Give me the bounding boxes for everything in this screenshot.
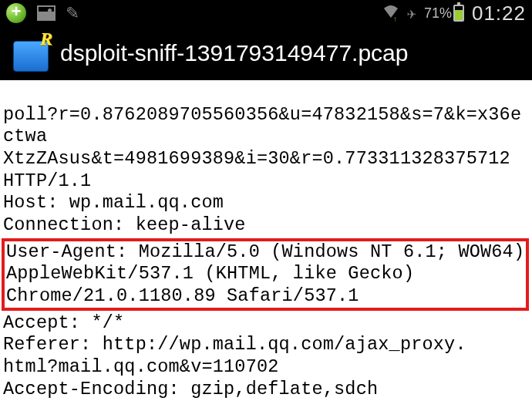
wifi-icon: ↑ xyxy=(382,4,399,22)
user-agent-highlight: User-Agent: Mozilla/5.0 (Windows NT 6.1;… xyxy=(2,238,529,311)
file-title: dsploit-sniff-1391793149477.pcap xyxy=(60,40,408,66)
android-status-bar: ↑ ✈ 71% 01:22 xyxy=(0,0,532,26)
app-title-bar[interactable]: R dsploit-sniff-1391793149477.pcap xyxy=(0,26,532,80)
battery-percentage: 71% xyxy=(424,5,452,22)
root-explorer-app-icon[interactable]: R xyxy=(11,33,51,73)
header-accept-encoding: Accept-Encoding: gzip,deflate,sdch xyxy=(3,379,378,399)
battery-icon xyxy=(453,5,464,22)
status-right-icons: ↑ ✈ 71% 01:22 xyxy=(382,2,526,25)
add-icon xyxy=(6,3,26,23)
status-left-icons xyxy=(6,3,83,23)
edit-notification-icon xyxy=(66,5,83,22)
header-referer-2: html?mail.qq.com&v=110702 xyxy=(3,356,279,377)
header-user-agent-1: User-Agent: Mozilla/5.0 (Windows NT 6.1;… xyxy=(6,241,524,262)
pcap-text-content[interactable]: poll?r=0.8762089705560356&u=47832158&s=7… xyxy=(0,80,532,401)
header-user-agent-3: Chrome/21.0.1180.89 Safari/537.1 xyxy=(6,285,359,306)
battery-indicator: 71% xyxy=(424,5,464,22)
header-user-agent-2: AppleWebKit/537.1 (KHTML, like Gecko) xyxy=(6,263,414,284)
clock: 01:22 xyxy=(472,2,526,25)
header-accept: Accept: */* xyxy=(3,312,124,333)
header-connection: Connection: keep-alive xyxy=(3,214,246,235)
request-line-1: poll?r=0.8762089705560356&u=47832158&s=7… xyxy=(3,104,521,147)
request-line-2: XtzZAsus&t=4981699389&i=30&r=0.773311328… xyxy=(3,148,510,169)
airplane-mode-icon: ✈ xyxy=(407,4,416,23)
http-version: HTTP/1.1 xyxy=(3,170,91,191)
header-host: Host: wp.mail.qq.com xyxy=(3,192,224,213)
gallery-notification-icon xyxy=(37,5,56,21)
header-referer-1: Referer: http://wp.mail.qq.com/ajax_prox… xyxy=(3,334,466,355)
